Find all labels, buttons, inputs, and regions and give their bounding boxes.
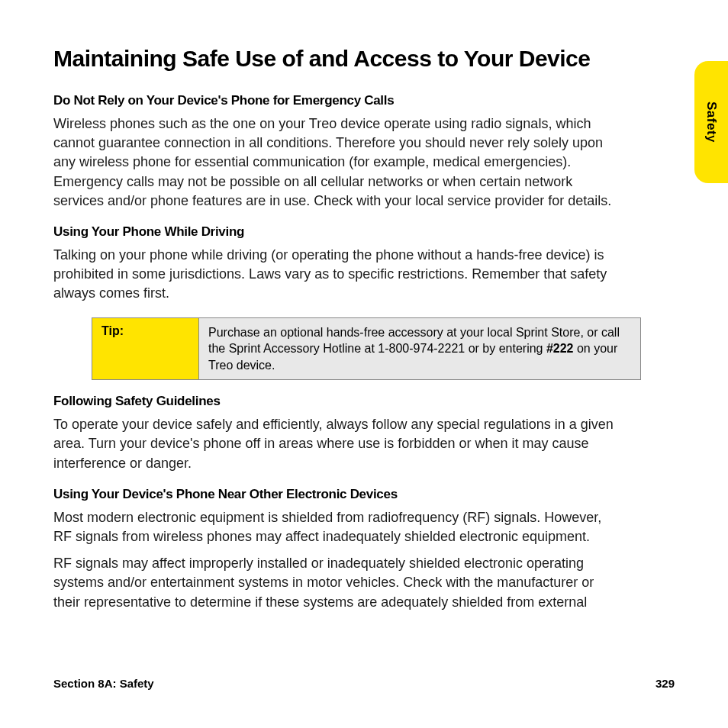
page-content: Maintaining Safe Use of and Access to Yo… (0, 0, 672, 650)
side-tab-label: Safety (704, 101, 719, 143)
paragraph-electronics-1: Most modern electronic equipment is shie… (53, 508, 618, 546)
paragraph-driving: Talking on your phone while driving (or … (53, 246, 618, 304)
footer-section: Section 8A: Safety (53, 677, 154, 690)
page-footer: Section 8A: Safety 329 (53, 677, 675, 690)
paragraph-guidelines: To operate your device safely and effici… (53, 415, 618, 473)
paragraph-emergency: Wireless phones such as the one on your … (53, 114, 618, 211)
heading-emergency: Do Not Rely on Your Device's Phone for E… (53, 93, 618, 108)
tip-code: #222 (546, 342, 574, 355)
paragraph-electronics-2: RF signals may affect improperly install… (53, 554, 618, 612)
heading-guidelines: Following Safety Guidelines (53, 394, 618, 409)
side-tab-safety: Safety (694, 61, 728, 183)
heading-driving: Using Your Phone While Driving (53, 224, 618, 240)
tip-content: Purchase an optional hands-free accessor… (199, 318, 640, 380)
footer-page-number: 329 (656, 677, 675, 690)
tip-box: Tip: Purchase an optional hands-free acc… (92, 317, 641, 381)
tip-label: Tip: (92, 318, 199, 380)
page-title: Maintaining Safe Use of and Access to Yo… (53, 46, 618, 72)
heading-electronics: Using Your Device's Phone Near Other Ele… (53, 487, 618, 502)
